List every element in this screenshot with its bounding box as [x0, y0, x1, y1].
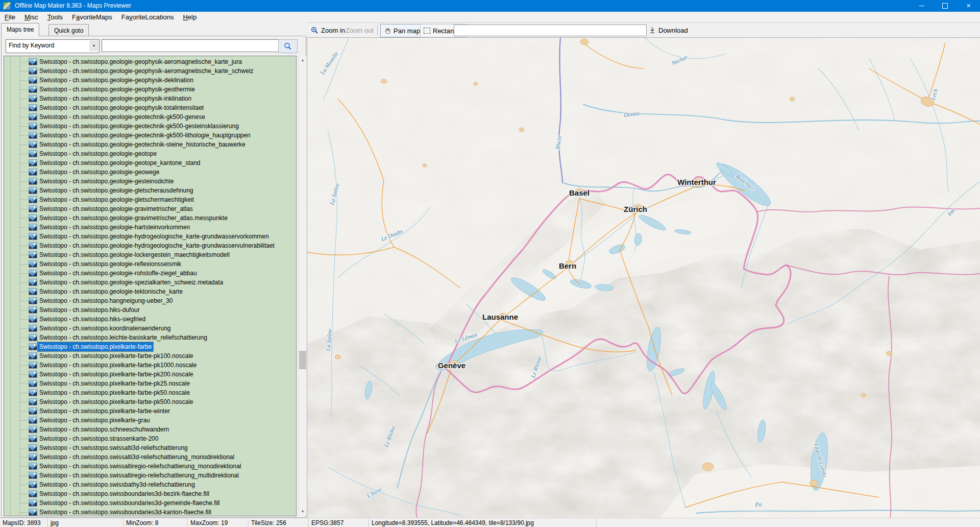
tree-branch-line	[20, 402, 28, 402]
tree-item[interactable]: Swisstopo - ch.swisstopo.schneeschuhwand…	[4, 425, 296, 434]
tree-item[interactable]: Swisstopo - ch.swisstopo.geologie-reflex…	[4, 259, 296, 269]
search-button[interactable]	[278, 39, 298, 53]
tree-item[interactable]: Swisstopo - ch.swisstopo.pixelkarte-farb…	[4, 379, 296, 388]
tree-item-label: Swisstopo - ch.swisstopo.geologie-geophy…	[39, 57, 242, 66]
tree-item-label: Swisstopo - ch.swisstopo.geologie-geotec…	[39, 122, 239, 131]
tree-branch-line	[20, 292, 28, 292]
maximize-button[interactable]	[934, 0, 957, 12]
tree-item[interactable]: Swisstopo - ch.swisstopo.geologie-gestei…	[4, 177, 296, 186]
find-mode-select[interactable]: Find by Keyword ▼	[6, 39, 100, 53]
tree-branch-line	[20, 282, 28, 283]
tree-item[interactable]: Swisstopo - ch.swisstopo.geologie-geophy…	[4, 103, 296, 112]
tree-item-label: Swisstopo - ch.swisstopo.pixelkarte-farb…	[39, 379, 190, 388]
tree-item[interactable]: Swisstopo - ch.swisstopo.geologie-tekton…	[4, 287, 296, 296]
menu-favoritelocations[interactable]: FavoriteLocations	[117, 12, 179, 22]
tab-quick-goto[interactable]: Quick goto	[48, 24, 89, 36]
tree-scrollbar[interactable]: ▲ ▼	[298, 56, 307, 515]
tree-item[interactable]: Swisstopo - ch.swisstopo.swissalti3d-rel…	[4, 452, 296, 462]
tree-item[interactable]: Swisstopo - ch.swisstopo.swissalti3d-rel…	[4, 443, 296, 452]
tree-item[interactable]: Swisstopo - ch.swisstopo.swissboundaries…	[4, 498, 296, 508]
tree-item[interactable]: Swisstopo - ch.swisstopo.swissbathy3d-re…	[4, 480, 296, 489]
close-button[interactable]: ✕	[957, 0, 980, 12]
menu-tools[interactable]: Tools	[43, 12, 67, 22]
tree-branch-line	[20, 209, 28, 209]
tree-item[interactable]: Swisstopo - ch.swisstopo.hangneigung-ueb…	[4, 296, 296, 305]
maps-tree-list[interactable]: Swisstopo - ch.swisstopo.geologie-geophy…	[4, 56, 297, 516]
tab-maps-tree[interactable]: Maps tree	[1, 23, 39, 36]
tree-item[interactable]: Swisstopo - ch.swisstopo.pixelkarte-farb…	[4, 388, 296, 397]
map-layer-icon	[29, 334, 37, 341]
tree-item[interactable]: Swisstopo - ch.swisstopo.geologie-geotec…	[4, 112, 296, 122]
tree-item[interactable]: Swisstopo - ch.swisstopo.swissaltiregio-…	[4, 462, 296, 471]
tree-item[interactable]: Swisstopo - ch.swisstopo.geologie-spezia…	[4, 278, 296, 287]
status-field: Longitude=8.393555, Latitude=46.464349, …	[369, 518, 597, 527]
tree-item[interactable]: Swisstopo - ch.swisstopo.strassenkarte-2…	[4, 434, 296, 443]
tree-item-label: Swisstopo - ch.swisstopo.geologie-geophy…	[39, 85, 195, 94]
tree-item[interactable]: Swisstopo - ch.swisstopo.geologie-geophy…	[4, 85, 296, 94]
tree-item[interactable]: Swisstopo - ch.swisstopo.geologie-geophy…	[4, 57, 296, 66]
tree-item-label: Swisstopo - ch.swisstopo.geologie-hartst…	[39, 223, 190, 232]
tree-branch-line	[20, 80, 28, 81]
tree-branch-line	[20, 475, 28, 476]
tree-item[interactable]: Swisstopo - ch.swisstopo.swissboundaries…	[4, 508, 296, 516]
tree-item[interactable]: Swisstopo - ch.swisstopo.geologie-hydrog…	[4, 241, 296, 250]
menu-favoritemaps[interactable]: FavoriteMaps	[67, 12, 117, 22]
title-bar: Offline Map Maker 8.363 - Maps Previewer…	[0, 0, 980, 12]
tree-item[interactable]: Swisstopo - ch.swisstopo.geologie-locker…	[4, 250, 296, 259]
tree-item[interactable]: Swisstopo - ch.swisstopo.geologie-rohsto…	[4, 269, 296, 278]
tree-item-label: Swisstopo - ch.swisstopo.swissaltiregio-…	[39, 471, 239, 480]
menu-help[interactable]: Help	[178, 12, 201, 22]
tree-item[interactable]: Swisstopo - ch.swisstopo.pixelkarte-farb…	[4, 361, 296, 370]
tree-item[interactable]: Swisstopo - ch.swisstopo.pixelkarte-farb…	[4, 406, 296, 416]
map-layer-icon	[29, 453, 37, 461]
tree-item[interactable]: Swisstopo - ch.swisstopo.geologie-geotec…	[4, 140, 296, 149]
tree-item[interactable]: Swisstopo - ch.swisstopo.pixelkarte-grau	[4, 416, 296, 425]
map-layer-icon	[29, 352, 37, 360]
tree-item[interactable]: Swisstopo - ch.swisstopo.geologie-gletsc…	[4, 195, 296, 204]
tree-item[interactable]: Swisstopo - ch.swisstopo.geologie-geotec…	[4, 122, 296, 131]
tree-item[interactable]: Swisstopo - ch.swisstopo.geologie-geotec…	[4, 131, 296, 140]
tree-item[interactable]: Swisstopo - ch.swisstopo.geologie-hydrog…	[4, 232, 296, 241]
tree-item[interactable]: Swisstopo - ch.swisstopo.geologie-hartst…	[4, 223, 296, 232]
scroll-up-icon[interactable]: ▲	[299, 56, 307, 64]
tree-item[interactable]: Swisstopo - ch.swisstopo.geologie-gravim…	[4, 213, 296, 223]
tree-item[interactable]: Swisstopo - ch.swisstopo.pixelkarte-farb…	[4, 351, 296, 361]
zoom-out-button[interactable]: Zoom out	[342, 24, 377, 36]
tree-item[interactable]: Swisstopo - ch.swisstopo.geologie-gletsc…	[4, 186, 296, 195]
tree-item[interactable]: Swisstopo - ch.swisstopo.hiks-dufour	[4, 305, 296, 315]
map-layer-icon	[29, 77, 37, 84]
tree-item[interactable]: Swisstopo - ch.swisstopo.geologie-geophy…	[4, 94, 296, 103]
tree-item[interactable]: Swisstopo - ch.swisstopo.geologie-geophy…	[4, 76, 296, 85]
map-canvas[interactable]: RheinBodenseeLe LémanLe DoubsLa SaôneLa …	[307, 37, 980, 518]
scrollbar-thumb[interactable]	[299, 351, 306, 369]
download-button[interactable]: Download	[646, 24, 691, 36]
tree-branch-line	[20, 145, 28, 145]
tree-branch-line	[20, 255, 28, 255]
tree-item-label: Swisstopo - ch.swisstopo.geologie-geophy…	[39, 103, 204, 112]
tree-item[interactable]: Swisstopo - ch.swisstopo.pixelkarte-farb…	[4, 370, 296, 379]
tree-branch-line	[20, 310, 28, 310]
tree-item[interactable]: Swisstopo - ch.swisstopo.geologie-geoweg…	[4, 167, 296, 177]
tree-branch-line	[20, 485, 28, 485]
menu-file[interactable]: File	[0, 12, 20, 22]
tree-item[interactable]: Swisstopo - ch.swisstopo.pixelkarte-farb…	[4, 397, 296, 406]
tree-item[interactable]: Swisstopo - ch.swisstopo.hiks-siegfried	[4, 315, 296, 324]
tree-item[interactable]: Swisstopo - ch.swisstopo.leichte-basiska…	[4, 333, 296, 342]
minimize-button[interactable]	[910, 0, 933, 12]
tree-item[interactable]: Swisstopo - ch.swisstopo.geologie-geotop…	[4, 158, 296, 167]
status-field: EPSG:3857	[309, 518, 369, 527]
search-input[interactable]	[102, 39, 279, 52]
tree-item[interactable]: Swisstopo - ch.swisstopo.geologie-gravim…	[4, 204, 296, 213]
tree-item[interactable]: Swisstopo - ch.swisstopo.swissboundaries…	[4, 489, 296, 498]
tree-item[interactable]: Swisstopo - ch.swisstopo.geologie-geophy…	[4, 66, 296, 76]
coordinate-input[interactable]	[454, 25, 647, 36]
tree-item[interactable]: Swisstopo - ch.swisstopo.koordinatenaend…	[4, 324, 296, 333]
menu-misc[interactable]: Misc	[20, 12, 43, 22]
tree-item-selected[interactable]: Swisstopo - ch.swisstopo.pixelkarte-farb…	[4, 342, 296, 351]
tree-item[interactable]: Swisstopo - ch.swisstopo.swissaltiregio-…	[4, 471, 296, 480]
tree-item[interactable]: Swisstopo - ch.swisstopo.geologie-geotop…	[4, 149, 296, 158]
menu-bar: FileMiscToolsFavoriteMapsFavoriteLocatio…	[0, 12, 980, 22]
tree-branch-line	[20, 200, 28, 200]
scroll-down-icon[interactable]: ▼	[299, 507, 307, 515]
pan-map-button[interactable]: Pan map	[380, 24, 424, 37]
